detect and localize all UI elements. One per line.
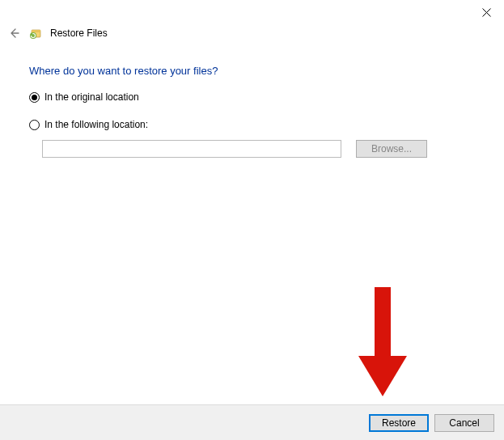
path-row: Browse... (42, 140, 485, 158)
cancel-button[interactable]: Cancel (434, 414, 494, 432)
radio-following[interactable] (29, 120, 40, 130)
close-button[interactable] (468, 0, 504, 24)
option-original-location[interactable]: In the original location (29, 91, 485, 103)
footer: Restore Cancel (0, 404, 504, 440)
restore-files-icon (29, 27, 42, 40)
page-heading: Where do you want to restore your files? (29, 65, 485, 77)
header-row: Restore Files (6, 26, 108, 40)
browse-label: Browse... (371, 143, 412, 154)
browse-button[interactable]: Browse... (356, 140, 427, 158)
radio-original-label: In the original location (44, 91, 139, 103)
window-title: Restore Files (50, 28, 108, 39)
radio-following-label: In the following location: (44, 119, 148, 130)
back-arrow-icon (7, 27, 20, 40)
svg-marker-4 (358, 356, 407, 396)
annotation-arrow-icon (358, 287, 407, 396)
svg-rect-3 (375, 287, 391, 360)
svg-rect-1 (32, 30, 40, 32)
restore-button[interactable]: Restore (369, 414, 429, 432)
titlebar (0, 0, 504, 26)
back-button[interactable] (6, 26, 21, 40)
restore-label: Restore (382, 417, 416, 429)
cancel-label: Cancel (449, 417, 479, 429)
close-icon (482, 8, 491, 17)
radio-original[interactable] (29, 92, 40, 103)
option-following-location[interactable]: In the following location: (29, 119, 485, 130)
content-area: Where do you want to restore your files?… (29, 65, 485, 158)
path-input[interactable] (42, 140, 341, 158)
